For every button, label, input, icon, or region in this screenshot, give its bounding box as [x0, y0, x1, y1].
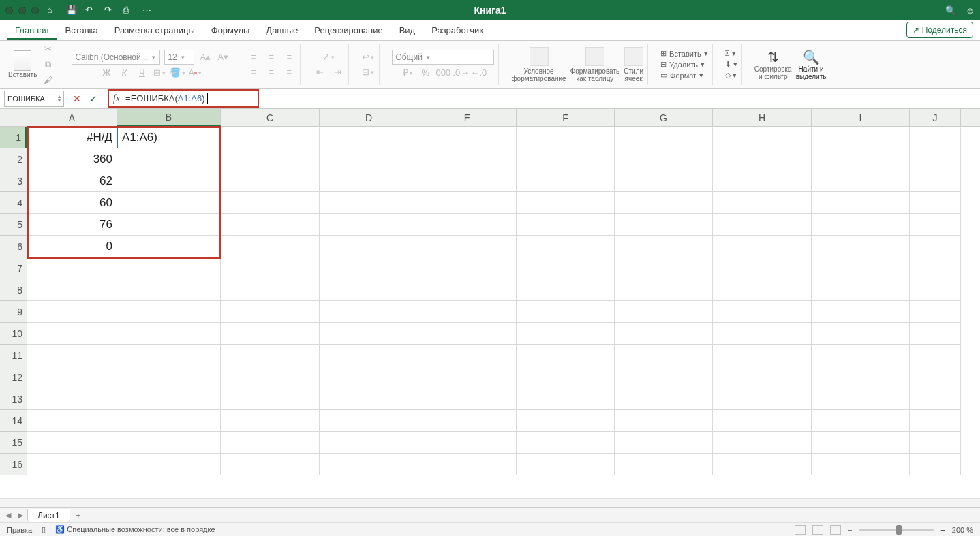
cell-E7[interactable] [418, 257, 517, 279]
cell-H2[interactable] [713, 148, 812, 170]
print-icon[interactable]: ⎙ [123, 5, 134, 16]
autosum-button[interactable]: Σ ▾ [725, 49, 736, 58]
cell-E6[interactable] [418, 236, 517, 257]
inc-decimal-icon[interactable]: .0→ [454, 66, 468, 80]
row-header-8[interactable]: 8 [0, 279, 27, 301]
cell-G10[interactable] [615, 323, 713, 345]
cell-J13[interactable] [910, 388, 961, 410]
cell-C5[interactable] [221, 214, 320, 236]
outdent-icon[interactable]: ⇤ [313, 65, 326, 79]
align-center-icon[interactable]: ≡ [264, 65, 278, 79]
column-headers[interactable]: ABCDEFGHIJ [27, 109, 980, 127]
name-box[interactable]: ЕОШИБКА▴▾ [4, 91, 64, 107]
cell-I14[interactable] [812, 410, 910, 432]
col-header-E[interactable]: E [418, 109, 517, 126]
account-icon[interactable]: ☺ [966, 5, 975, 16]
cell-H5[interactable] [713, 214, 812, 236]
tab-data[interactable]: Данные [258, 21, 306, 40]
cell-A9[interactable] [27, 301, 117, 323]
fx-icon[interactable]: fx [113, 93, 120, 104]
cell-A3[interactable]: 62 [27, 170, 117, 192]
orientation-icon[interactable]: ⤢ [322, 50, 335, 64]
cell-D7[interactable] [320, 257, 418, 279]
align-top-icon[interactable]: ≡ [247, 50, 260, 64]
col-header-B[interactable]: B [117, 109, 221, 126]
cell-E12[interactable] [418, 366, 517, 388]
cell-C8[interactable] [221, 279, 320, 301]
cell-E16[interactable] [418, 454, 517, 475]
row-header-10[interactable]: 10 [0, 323, 27, 345]
cell-B13[interactable] [117, 388, 221, 410]
cell-F15[interactable] [517, 432, 615, 454]
zoom-out-button[interactable]: − [848, 526, 852, 534]
cut-icon[interactable]: ✂ [41, 42, 55, 56]
cell-E4[interactable] [418, 192, 517, 214]
redo-icon[interactable]: ↷ [104, 5, 115, 16]
cell-H6[interactable] [713, 236, 812, 257]
bold-button[interactable]: Ж [99, 66, 113, 80]
cell-H14[interactable] [713, 410, 812, 432]
cell-A1[interactable]: #Н/Д [27, 127, 117, 148]
cell-E3[interactable] [418, 170, 517, 192]
cell-G3[interactable] [615, 170, 713, 192]
cell-A12[interactable] [27, 366, 117, 388]
accept-formula-button[interactable]: ✓ [87, 93, 99, 105]
cell-D5[interactable] [320, 214, 418, 236]
cell-C11[interactable] [221, 345, 320, 366]
cell-C2[interactable] [221, 148, 320, 170]
clear-button[interactable]: ◇ ▾ [725, 71, 737, 80]
cell-A8[interactable] [27, 279, 117, 301]
tab-home[interactable]: Главная [7, 21, 57, 40]
cell-H11[interactable] [713, 345, 812, 366]
border-button[interactable]: ⊞ [153, 66, 166, 80]
cell-J3[interactable] [910, 170, 961, 192]
save-icon[interactable]: 💾 [66, 5, 77, 16]
conditional-formatting-button[interactable]: Условное форматирование [511, 47, 566, 82]
cell-I4[interactable] [812, 192, 910, 214]
row-header-6[interactable]: 6 [0, 236, 27, 257]
cell-G15[interactable] [615, 432, 713, 454]
cell-C6[interactable] [221, 236, 320, 257]
copy-icon[interactable]: ⧉ [41, 58, 55, 72]
view-normal-icon[interactable] [795, 525, 806, 535]
cell-F9[interactable] [517, 301, 615, 323]
cell-D16[interactable] [320, 454, 418, 475]
row-header-16[interactable]: 16 [0, 454, 27, 475]
cell-G8[interactable] [615, 279, 713, 301]
row-headers[interactable]: 12345678910111213141516 [0, 127, 27, 475]
cell-F2[interactable] [517, 148, 615, 170]
dec-decimal-icon[interactable]: ←.0 [472, 66, 485, 80]
cell-J11[interactable] [910, 345, 961, 366]
cell-F4[interactable] [517, 192, 615, 214]
align-left-icon[interactable]: ≡ [247, 65, 260, 79]
row-header-12[interactable]: 12 [0, 366, 27, 388]
cell-C3[interactable] [221, 170, 320, 192]
cell-B8[interactable] [117, 279, 221, 301]
cell-F14[interactable] [517, 410, 615, 432]
cell-D1[interactable] [320, 127, 418, 148]
zoom-level[interactable]: 200 % [952, 526, 973, 534]
merge-icon[interactable]: ⊟ [361, 65, 375, 79]
font-name-select[interactable]: Calibri (Основной... [72, 50, 160, 65]
cell-E11[interactable] [418, 345, 517, 366]
cell-H13[interactable] [713, 388, 812, 410]
more-icon[interactable]: ⋯ [142, 5, 153, 16]
cell-F8[interactable] [517, 279, 615, 301]
cell-J1[interactable] [910, 127, 961, 148]
cell-J10[interactable] [910, 323, 961, 345]
cell-I1[interactable] [812, 127, 910, 148]
tab-developer[interactable]: Разработчик [423, 21, 491, 40]
cell-I3[interactable] [812, 170, 910, 192]
share-button[interactable]: ↗Поделиться [906, 22, 973, 38]
cell-I15[interactable] [812, 432, 910, 454]
row-header-3[interactable]: 3 [0, 170, 27, 192]
col-header-F[interactable]: F [517, 109, 615, 126]
horizontal-scrollbar[interactable] [0, 498, 980, 507]
row-header-1[interactable]: 1 [0, 127, 27, 148]
cell-D6[interactable] [320, 236, 418, 257]
cell-I8[interactable] [812, 279, 910, 301]
tab-insert[interactable]: Вставка [57, 21, 106, 40]
cell-A14[interactable] [27, 410, 117, 432]
cell-B5[interactable] [117, 214, 221, 236]
cell-G6[interactable] [615, 236, 713, 257]
